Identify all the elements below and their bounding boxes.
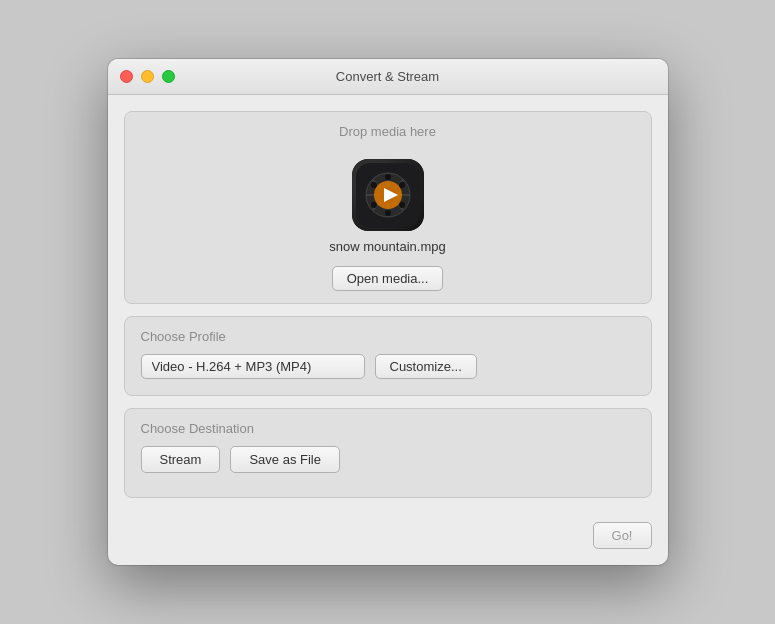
svg-point-11 [371, 202, 377, 208]
profile-select-wrapper: Video - H.264 + MP3 (MP4) Audio - MP3 Vi… [141, 354, 365, 379]
app-window: Convert & Stream Drop media here [108, 59, 668, 565]
minimize-button[interactable] [141, 70, 154, 83]
open-media-button[interactable]: Open media... [332, 266, 444, 291]
media-content: snow mountain.mpg Open media... [329, 159, 445, 291]
save-as-file-button[interactable]: Save as File [230, 446, 340, 473]
svg-point-9 [399, 202, 405, 208]
media-icon-inner [352, 159, 424, 231]
drop-media-section: Drop media here [124, 111, 652, 304]
destination-buttons: Stream Save as File [141, 446, 635, 473]
stream-button[interactable]: Stream [141, 446, 221, 473]
titlebar: Convert & Stream [108, 59, 668, 95]
svg-point-7 [385, 174, 391, 180]
media-icon [352, 159, 424, 231]
svg-point-12 [371, 182, 377, 188]
bottom-bar: Go! [108, 514, 668, 565]
choose-profile-section: Choose Profile Video - H.264 + MP3 (MP4)… [124, 316, 652, 396]
go-button[interactable]: Go! [593, 522, 652, 549]
media-filename: snow mountain.mpg [329, 239, 445, 254]
window-title: Convert & Stream [336, 69, 439, 84]
svg-point-8 [399, 182, 405, 188]
profile-select[interactable]: Video - H.264 + MP3 (MP4) Audio - MP3 Vi… [141, 354, 365, 379]
choose-profile-label: Choose Profile [141, 329, 635, 344]
drop-media-label: Drop media here [339, 124, 436, 139]
choose-destination-section: Choose Destination Stream Save as File [124, 408, 652, 498]
maximize-button[interactable] [162, 70, 175, 83]
profile-controls: Video - H.264 + MP3 (MP4) Audio - MP3 Vi… [141, 354, 635, 379]
film-reel-icon [356, 163, 420, 227]
customize-button[interactable]: Customize... [375, 354, 477, 379]
close-button[interactable] [120, 70, 133, 83]
traffic-lights [120, 70, 175, 83]
svg-point-10 [385, 210, 391, 216]
choose-destination-label: Choose Destination [141, 421, 635, 436]
window-body: Drop media here [108, 95, 668, 514]
